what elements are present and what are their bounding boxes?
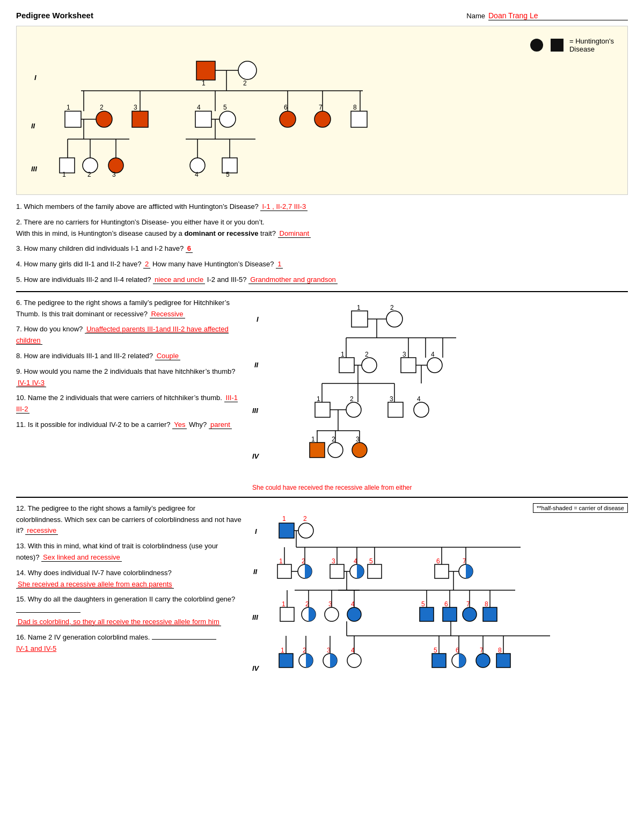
svg-point-88: [414, 402, 429, 417]
svg-rect-128: [368, 564, 382, 578]
svg-rect-97: [310, 443, 325, 458]
svg-point-177: [347, 654, 361, 668]
svg-text:1: 1: [281, 647, 284, 654]
q9-answer: IV-1 IV-3: [16, 379, 46, 387]
svg-point-148: [325, 607, 339, 621]
q15-blank: [16, 612, 80, 613]
svg-point-161: [463, 607, 477, 621]
q3-text: 3. How many children did individuals I-1…: [16, 244, 184, 252]
section3-pedigree: **half-shaded = carrier of disease I II …: [252, 503, 628, 726]
q15-block: 15. Why do all the daughters in generati…: [16, 594, 241, 627]
svg-point-189: [476, 654, 490, 668]
questions-section1: 1. Which members of the family above are…: [16, 201, 628, 286]
svg-rect-122: [330, 564, 344, 578]
svg-rect-83: [315, 402, 330, 417]
svg-text:3: 3: [332, 557, 335, 565]
q1-block: 1. Which members of the family above are…: [16, 201, 628, 213]
q11-answer1: Yes: [172, 420, 187, 429]
divider1: [16, 291, 628, 292]
svg-rect-59: [352, 311, 368, 327]
svg-text:4: 4: [197, 104, 201, 111]
section2: 6. The pedigree to the right shows a fam…: [16, 298, 628, 491]
q16-blank: [152, 639, 216, 640]
legend-label: = Huntington'sDisease: [569, 37, 614, 53]
svg-point-112: [298, 523, 313, 538]
q10-text: 10. Name the 2 individuals that were car…: [16, 394, 222, 402]
q9-text: 9. How would you name the 2 individuals …: [16, 367, 236, 375]
svg-text:5: 5: [369, 557, 373, 565]
svg-text:8: 8: [485, 600, 488, 608]
q5-block: 5. How are individuals III-2 and II-4 re…: [16, 274, 628, 286]
q4-block: 4. How many girls did II-1 and II-2 have…: [16, 259, 628, 270]
svg-text:7: 7: [319, 104, 323, 111]
q12-answer: recessive: [25, 526, 58, 535]
q10-block: 10. Name the 2 individuals that were car…: [16, 393, 241, 415]
q7-text: 7. How do you know?: [16, 325, 83, 333]
q13-block: 13. With this in mind, what kind of trai…: [16, 541, 241, 563]
svg-text:1: 1: [279, 557, 283, 565]
svg-text:1: 1: [282, 600, 286, 608]
svg-text:3: 3: [356, 436, 360, 443]
svg-rect-159: [443, 607, 457, 621]
svg-rect-185: [432, 654, 446, 668]
q2-answer: Dominant: [278, 229, 311, 238]
svg-text:4: 4: [431, 351, 435, 358]
q14-text: 14. Why does individual IV-7 have colorb…: [16, 569, 172, 577]
q2-block: 2. There are no carriers for Huntington’…: [16, 217, 628, 240]
q6-block: 6. The pedigree to the right shows a fam…: [16, 298, 241, 320]
q1-text: 1. Which members of the family above are…: [16, 202, 259, 211]
svg-point-19: [219, 111, 236, 127]
svg-rect-87: [388, 402, 403, 417]
q3-answer: 6: [186, 244, 193, 253]
svg-point-42: [108, 158, 123, 173]
svg-rect-163: [483, 607, 497, 621]
q14-answer: She received a recessive allele from eac…: [16, 580, 174, 589]
section3: 12. The pedigree to the right shows a fa…: [16, 503, 628, 726]
pedigree3-svg: I II III IV 1 2 1 2: [252, 515, 585, 724]
q5-answer2: Grandmother and grandson: [248, 275, 338, 284]
svg-rect-70: [401, 358, 416, 373]
q3-block: 3. How many children did individuals I-1…: [16, 243, 628, 255]
q14-block: 14. Why does individual IV-7 have colorb…: [16, 568, 241, 590]
page-title: Pedigree Worksheet: [16, 11, 93, 20]
q11-text: 11. Is it possible for individual IV-2 t…: [16, 420, 171, 429]
name-line: Name Doan Trang Le: [466, 11, 628, 20]
svg-point-23: [280, 111, 296, 127]
q4-text2: How many have Huntington’s Disease?: [152, 260, 274, 268]
q11-text2: Why?: [189, 420, 207, 429]
q16-text: 16. Name 2 IV generation colorblind male…: [16, 633, 150, 641]
svg-text:III: III: [252, 613, 258, 621]
svg-rect-157: [420, 607, 434, 621]
svg-text:4: 4: [417, 395, 421, 403]
svg-point-67: [362, 358, 377, 373]
q2-bold: dominant or recessive: [184, 229, 258, 237]
pedigree2-svg: I II III IV 1 2 1 2: [252, 298, 521, 480]
name-label: Name: [466, 12, 485, 20]
svg-rect-1: [551, 39, 564, 52]
svg-text:3: 3: [390, 395, 393, 403]
svg-text:2: 2: [87, 171, 91, 178]
q6-text: 6. The pedigree to the right shows a fam…: [16, 299, 230, 318]
q13-answer: Sex linked and recessive: [41, 553, 122, 562]
legend: = Huntington'sDisease: [529, 37, 614, 53]
svg-text:2: 2: [243, 79, 247, 87]
svg-text:4: 4: [195, 171, 199, 178]
svg-text:2: 2: [390, 304, 394, 311]
svg-text:5: 5: [421, 600, 425, 608]
svg-text:1: 1: [341, 351, 345, 358]
svg-point-6: [238, 61, 257, 79]
svg-point-85: [346, 402, 361, 417]
svg-rect-171: [279, 654, 293, 668]
page-header: Pedigree Worksheet Name Doan Trang Le: [16, 11, 628, 20]
svg-text:1: 1: [67, 104, 70, 111]
svg-rect-144: [280, 607, 294, 621]
svg-text:2: 2: [303, 515, 307, 523]
svg-text:II: II: [254, 361, 259, 369]
svg-text:8: 8: [498, 647, 502, 654]
svg-rect-130: [435, 564, 449, 578]
svg-text:6: 6: [444, 600, 448, 608]
pedigree1-svg: I II III 1 2: [25, 32, 427, 187]
section2-pedigree: I II III IV 1 2 1 2: [252, 298, 628, 491]
svg-rect-12: [65, 111, 81, 127]
student-name: Doan Trang Le: [488, 11, 538, 20]
